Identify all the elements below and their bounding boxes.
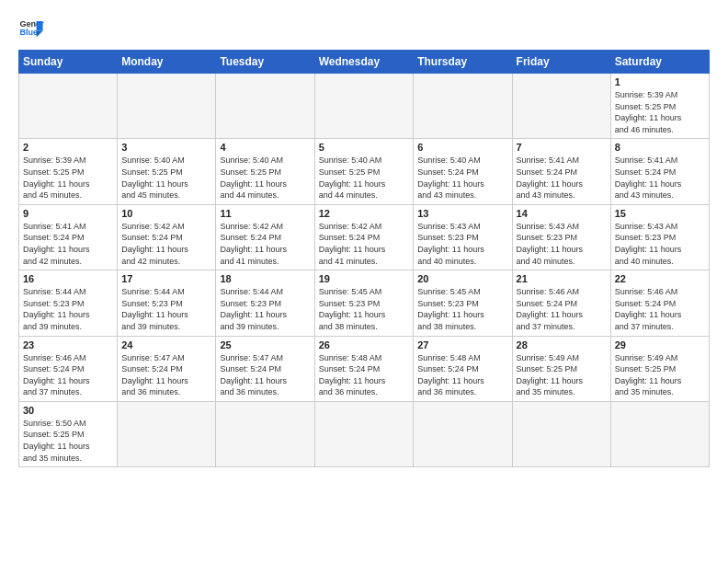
col-header-sunday: Sunday — [19, 51, 118, 74]
logo-icon: General Blue — [18, 15, 44, 40]
calendar-table: SundayMondayTuesdayWednesdayThursdayFrid… — [18, 50, 710, 467]
calendar-cell: 6Sunrise: 5:40 AM Sunset: 5:24 PM Daylig… — [414, 139, 512, 204]
day-info: Sunrise: 5:43 AM Sunset: 5:23 PM Dayligh… — [517, 221, 607, 267]
day-info: Sunrise: 5:44 AM Sunset: 5:23 PM Dayligh… — [220, 286, 310, 332]
day-number: 30 — [23, 405, 113, 416]
calendar-week-4: 16Sunrise: 5:44 AM Sunset: 5:23 PM Dayli… — [19, 270, 710, 336]
day-info: Sunrise: 5:40 AM Sunset: 5:25 PM Dayligh… — [220, 155, 310, 201]
day-number: 25 — [220, 339, 310, 350]
calendar-cell: 24Sunrise: 5:47 AM Sunset: 5:24 PM Dayli… — [118, 336, 216, 401]
calendar-cell: 25Sunrise: 5:47 AM Sunset: 5:24 PM Dayli… — [216, 336, 314, 401]
calendar-cell: 7Sunrise: 5:41 AM Sunset: 5:24 PM Daylig… — [512, 139, 610, 204]
day-number: 18 — [220, 273, 310, 284]
calendar-cell — [314, 74, 414, 139]
calendar-cell: 2Sunrise: 5:39 AM Sunset: 5:25 PM Daylig… — [19, 139, 118, 204]
day-info: Sunrise: 5:39 AM Sunset: 5:25 PM Dayligh… — [615, 89, 705, 135]
day-info: Sunrise: 5:43 AM Sunset: 5:23 PM Dayligh… — [615, 221, 705, 267]
day-info: Sunrise: 5:48 AM Sunset: 5:24 PM Dayligh… — [417, 352, 507, 398]
day-info: Sunrise: 5:47 AM Sunset: 5:24 PM Dayligh… — [121, 352, 211, 398]
page-header: General Blue — [18, 15, 710, 40]
day-number: 13 — [417, 208, 507, 219]
day-number: 15 — [615, 208, 705, 219]
svg-text:Blue: Blue — [19, 28, 38, 37]
calendar-cell: 18Sunrise: 5:44 AM Sunset: 5:23 PM Dayli… — [216, 270, 314, 336]
day-info: Sunrise: 5:46 AM Sunset: 5:24 PM Dayligh… — [615, 286, 705, 332]
calendar-cell — [216, 401, 314, 466]
day-number: 16 — [23, 273, 113, 284]
col-header-friday: Friday — [512, 51, 610, 74]
day-info: Sunrise: 5:49 AM Sunset: 5:25 PM Dayligh… — [517, 352, 607, 398]
calendar-cell: 28Sunrise: 5:49 AM Sunset: 5:25 PM Dayli… — [512, 336, 610, 401]
day-number: 10 — [121, 208, 211, 219]
day-number: 29 — [615, 339, 705, 350]
calendar-cell: 5Sunrise: 5:40 AM Sunset: 5:25 PM Daylig… — [314, 139, 414, 204]
calendar-header-row: SundayMondayTuesdayWednesdayThursdayFrid… — [19, 51, 710, 74]
calendar-cell: 22Sunrise: 5:46 AM Sunset: 5:24 PM Dayli… — [610, 270, 709, 336]
calendar-cell — [610, 401, 709, 466]
calendar-cell: 8Sunrise: 5:41 AM Sunset: 5:24 PM Daylig… — [610, 139, 709, 204]
day-number: 11 — [220, 208, 310, 219]
calendar-week-3: 9Sunrise: 5:41 AM Sunset: 5:24 PM Daylig… — [19, 204, 710, 270]
calendar-cell: 15Sunrise: 5:43 AM Sunset: 5:23 PM Dayli… — [610, 204, 709, 270]
day-number: 28 — [517, 339, 607, 350]
day-number: 4 — [220, 142, 310, 153]
day-number: 17 — [121, 273, 211, 284]
col-header-saturday: Saturday — [610, 51, 709, 74]
day-info: Sunrise: 5:39 AM Sunset: 5:25 PM Dayligh… — [23, 155, 113, 201]
col-header-thursday: Thursday — [414, 51, 512, 74]
day-number: 12 — [319, 208, 410, 219]
calendar-cell: 12Sunrise: 5:42 AM Sunset: 5:24 PM Dayli… — [314, 204, 414, 270]
day-number: 5 — [319, 142, 410, 153]
calendar-cell — [118, 74, 216, 139]
day-info: Sunrise: 5:45 AM Sunset: 5:23 PM Dayligh… — [417, 286, 507, 332]
day-info: Sunrise: 5:44 AM Sunset: 5:23 PM Dayligh… — [121, 286, 211, 332]
day-number: 22 — [615, 273, 705, 284]
day-number: 27 — [417, 339, 507, 350]
calendar-cell: 3Sunrise: 5:40 AM Sunset: 5:25 PM Daylig… — [118, 139, 216, 204]
svg-marker-3 — [37, 31, 43, 38]
day-info: Sunrise: 5:47 AM Sunset: 5:24 PM Dayligh… — [220, 352, 310, 398]
day-info: Sunrise: 5:46 AM Sunset: 5:24 PM Dayligh… — [517, 286, 607, 332]
day-info: Sunrise: 5:45 AM Sunset: 5:23 PM Dayligh… — [319, 286, 410, 332]
day-info: Sunrise: 5:40 AM Sunset: 5:25 PM Dayligh… — [121, 155, 211, 201]
day-info: Sunrise: 5:41 AM Sunset: 5:24 PM Dayligh… — [517, 155, 607, 201]
calendar-cell — [314, 401, 414, 466]
calendar-cell — [414, 401, 512, 466]
day-number: 21 — [517, 273, 607, 284]
calendar-cell: 14Sunrise: 5:43 AM Sunset: 5:23 PM Dayli… — [512, 204, 610, 270]
col-header-monday: Monday — [118, 51, 216, 74]
day-number: 26 — [319, 339, 410, 350]
day-number: 9 — [23, 208, 113, 219]
day-info: Sunrise: 5:50 AM Sunset: 5:25 PM Dayligh… — [23, 418, 113, 464]
calendar-cell: 27Sunrise: 5:48 AM Sunset: 5:24 PM Dayli… — [414, 336, 512, 401]
calendar-cell: 21Sunrise: 5:46 AM Sunset: 5:24 PM Dayli… — [512, 270, 610, 336]
calendar-cell: 10Sunrise: 5:42 AM Sunset: 5:24 PM Dayli… — [118, 204, 216, 270]
logo: General Blue — [18, 15, 44, 40]
calendar-cell: 11Sunrise: 5:42 AM Sunset: 5:24 PM Dayli… — [216, 204, 314, 270]
calendar-cell — [512, 401, 610, 466]
calendar-cell: 20Sunrise: 5:45 AM Sunset: 5:23 PM Dayli… — [414, 270, 512, 336]
calendar-cell — [118, 401, 216, 466]
day-number: 3 — [121, 142, 211, 153]
calendar-cell — [19, 74, 118, 139]
day-info: Sunrise: 5:40 AM Sunset: 5:24 PM Dayligh… — [417, 155, 507, 201]
day-number: 7 — [517, 142, 607, 153]
svg-marker-2 — [37, 21, 43, 31]
day-info: Sunrise: 5:46 AM Sunset: 5:24 PM Dayligh… — [23, 352, 113, 398]
calendar-cell: 16Sunrise: 5:44 AM Sunset: 5:23 PM Dayli… — [19, 270, 118, 336]
day-number: 19 — [319, 273, 410, 284]
day-number: 2 — [23, 142, 113, 153]
calendar-cell: 13Sunrise: 5:43 AM Sunset: 5:23 PM Dayli… — [414, 204, 512, 270]
day-info: Sunrise: 5:42 AM Sunset: 5:24 PM Dayligh… — [220, 221, 310, 267]
day-number: 8 — [615, 142, 705, 153]
day-number: 6 — [417, 142, 507, 153]
calendar-cell: 26Sunrise: 5:48 AM Sunset: 5:24 PM Dayli… — [314, 336, 414, 401]
calendar-cell: 19Sunrise: 5:45 AM Sunset: 5:23 PM Dayli… — [314, 270, 414, 336]
day-number: 24 — [121, 339, 211, 350]
calendar-cell — [216, 74, 314, 139]
calendar-week-5: 23Sunrise: 5:46 AM Sunset: 5:24 PM Dayli… — [19, 336, 710, 401]
calendar-cell: 17Sunrise: 5:44 AM Sunset: 5:23 PM Dayli… — [118, 270, 216, 336]
day-info: Sunrise: 5:48 AM Sunset: 5:24 PM Dayligh… — [319, 352, 410, 398]
day-info: Sunrise: 5:44 AM Sunset: 5:23 PM Dayligh… — [23, 286, 113, 332]
day-info: Sunrise: 5:41 AM Sunset: 5:24 PM Dayligh… — [23, 221, 113, 267]
